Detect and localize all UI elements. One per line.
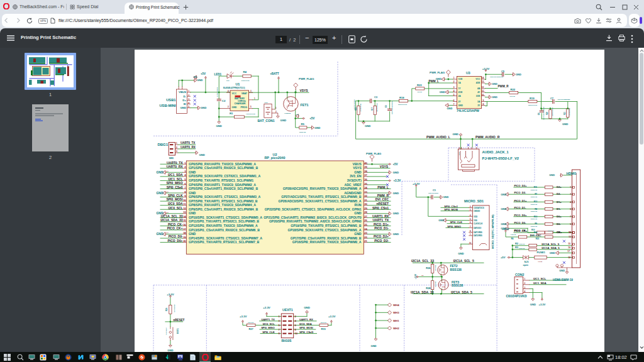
svg-text:VBAT: VBAT xyxy=(242,92,248,95)
svg-text:23: 23 xyxy=(364,231,367,234)
svg-text:PWM_AUDIO_L: PWM_AUDIO_L xyxy=(426,135,451,139)
svg-text:DBG1: DBG1 xyxy=(158,143,169,146)
svg-text:CHARGER: CHARGER xyxy=(235,102,246,105)
svg-text:270R/0402: 270R/0402 xyxy=(531,218,538,219)
svg-text:R9: R9 xyxy=(535,222,537,225)
svg-text:3: 3 xyxy=(188,98,189,101)
svg-text:TACT-66N-F: TACT-66N-F xyxy=(165,327,167,335)
svg-text:GP8/SPI1_RX/UART1_TX/I2C0_SDA/: GP8/SPI1_RX/UART1_TX/I2C0_SDA/PWM4_A xyxy=(189,203,256,207)
svg-text:30: 30 xyxy=(364,202,367,206)
svg-text:DVI_CEC: DVI_CEC xyxy=(530,234,541,237)
svg-text:+3.3V: +3.3V xyxy=(413,182,419,185)
svg-text:GP18/SPI0_SCK/UART0_CTS/I2C1_S: GP18/SPI0_SCK/UART0_CTS/I2C1_SDA/PWM1_A xyxy=(288,228,362,232)
svg-text:GP26/ADC0/SPI1_SCK/UART1_CTS/I: GP26/ADC0/SPI1_SCK/UART1_CTS/I2C1_SDA/PW… xyxy=(279,199,362,203)
svg-text:15: 15 xyxy=(568,243,570,245)
svg-text:VDD: VDD xyxy=(474,216,477,218)
svg-text:SPI0_MOSI: SPI0_MOSI xyxy=(167,197,184,201)
svg-text:GND: GND xyxy=(452,133,458,136)
svg-text:GND: GND xyxy=(549,173,555,177)
svg-text:+3.3V: +3.3V xyxy=(240,315,247,318)
svg-text:R10: R10 xyxy=(531,229,535,231)
svg-text:GND: GND xyxy=(443,195,449,199)
svg-text:+5V: +5V xyxy=(201,72,206,75)
svg-text:WH2: WH2 xyxy=(393,327,399,330)
svg-text:GND: GND xyxy=(354,232,362,236)
svg-text:270R/0402: 270R/0402 xyxy=(531,204,538,205)
svg-text:SWD: SWD xyxy=(169,157,174,160)
svg-text:GP9/SPI1_CSn/UART1_RX/I2C0_SCL: GP9/SPI1_CSn/UART1_RX/I2C0_SCL/PWM4_B xyxy=(189,207,258,211)
svg-text:100R/0%/0402: 100R/0%/0402 xyxy=(552,107,553,116)
svg-text:1: 1 xyxy=(525,278,526,280)
svg-text:2OE: 2OE xyxy=(458,91,463,94)
svg-text:37: 37 xyxy=(364,173,367,177)
svg-text:3V3(OUT): 3V3(OUT) xyxy=(347,178,362,182)
svg-text:10K/5%/0402: 10K/5%/0402 xyxy=(174,304,175,312)
svg-text:GP7/SPI0_TX/UART1_RTS/I2C1_SCL: GP7/SPI0_TX/UART1_RTS/I2C1_SCL/PWM3_B xyxy=(189,199,258,203)
svg-text:7: 7 xyxy=(453,103,455,106)
svg-text:I2C1A_SDA_5: I2C1A_SDA_5 xyxy=(541,246,560,250)
svg-text:PICO_D2+: PICO_D2+ xyxy=(514,184,528,187)
svg-text:+3.3V: +3.3V xyxy=(414,274,417,279)
svg-text:17: 17 xyxy=(183,228,186,231)
svg-text:GP13/SPI1_CSn/UART0_RX/I2C0_SC: GP13/SPI1_CSn/UART0_RX/I2C0_SCL/PWM6_B xyxy=(189,228,260,232)
svg-text:SLD: SLD xyxy=(166,232,169,233)
svg-text:GP5/SPI0_CSn/UART1_RX/I2C0_SCL: GP5/SPI0_CSn/UART1_RX/I2C0_SCL/PWM2_B xyxy=(189,187,258,190)
svg-text:R15: R15 xyxy=(321,327,326,331)
svg-text:GND: GND xyxy=(157,191,164,195)
svg-text:PICO_D2-: PICO_D2- xyxy=(514,191,527,194)
svg-text:4: 4 xyxy=(188,102,189,104)
svg-text:GND: GND xyxy=(393,212,399,215)
svg-text:2A: 2A xyxy=(458,95,462,97)
svg-text:13: 13 xyxy=(569,236,571,238)
svg-text:LED1: LED1 xyxy=(214,73,222,76)
svg-text:D2-: D2- xyxy=(557,192,561,195)
svg-text:100nF/16V/1206/0805: 100nF/16V/1206/0805 xyxy=(391,101,392,114)
svg-text:PICO_D1+: PICO_D1+ xyxy=(374,222,389,226)
svg-text:7: 7 xyxy=(570,216,571,218)
svg-text:DVI_CEC: DVI_CEC xyxy=(375,197,389,201)
svg-text:nRESET: nRESET xyxy=(173,319,184,322)
svg-text:nRESET: nRESET xyxy=(377,202,389,206)
svg-text:17: 17 xyxy=(567,250,570,253)
svg-text:GP28/ADC2/SPI1_RX/UART0_TX/I2C: GP28/ADC2/SPI1_RX/UART0_TX/I2C0_SDA/PWM6… xyxy=(283,187,362,190)
svg-text:BH10S: BH10S xyxy=(281,339,292,343)
svg-text:HDMI1: HDMI1 xyxy=(567,172,577,175)
svg-text:USB-MINI: USB-MINI xyxy=(159,104,175,107)
svg-text:D-: D- xyxy=(183,95,186,98)
svg-text:10: 10 xyxy=(482,94,484,96)
svg-text:33: 33 xyxy=(364,190,367,194)
svg-text:GND: GND xyxy=(530,303,536,306)
svg-text:GND: GND xyxy=(370,344,376,348)
svg-text:5: 5 xyxy=(188,106,189,108)
svg-text:D+: D+ xyxy=(182,99,186,102)
svg-text:4: 4 xyxy=(525,290,526,293)
svg-text:R21: R21 xyxy=(564,112,566,115)
svg-text:+3.3V: +3.3V xyxy=(263,306,270,309)
svg-text:R12: R12 xyxy=(534,200,538,203)
svg-text:C6: C6 xyxy=(538,112,540,115)
svg-text:+3.3V: +3.3V xyxy=(502,228,509,231)
svg-text:39: 39 xyxy=(364,165,367,168)
svg-text:D1+: D1+ xyxy=(557,200,562,204)
svg-text:VCC: VCC xyxy=(475,78,480,80)
svg-text:R6: R6 xyxy=(511,238,513,240)
svg-text:GP20/SPI0_RX/UART1_TX/PWM2_A/I: GP20/SPI0_RX/UART1_TX/PWM2_A/I2C0_SDA/CL… xyxy=(269,219,362,223)
svg-text:R5: R5 xyxy=(301,123,305,126)
svg-text:4OE: 4OE xyxy=(476,82,480,84)
svg-text:27: 27 xyxy=(364,215,367,218)
svg-text:PICO_D0+: PICO_D0+ xyxy=(168,239,183,243)
svg-text:+3.3V: +3.3V xyxy=(538,303,545,306)
svg-text:3: 3 xyxy=(250,90,252,92)
svg-text:270R/0402: 270R/0402 xyxy=(531,211,538,212)
svg-text:DAT2/RES: DAT2/RES xyxy=(474,234,482,237)
svg-text:SPI0_CLK: SPI0_CLK xyxy=(168,194,183,197)
svg-text:3V3_EN: 3V3_EN xyxy=(350,174,362,178)
svg-text:3: 3 xyxy=(570,193,571,195)
svg-text:200R/1%/0402: 200R/1%/0402 xyxy=(398,104,408,105)
svg-text:I2C0_SCL: I2C0_SCL xyxy=(263,322,275,326)
svg-text:AUDIO_JACK_1: AUDIO_JACK_1 xyxy=(482,150,509,154)
svg-text:25: 25 xyxy=(364,223,367,226)
svg-text:GP4/SPI0_RX/UART1_TX/I2C0_SDA/: GP4/SPI0_RX/UART1_TX/I2C0_SDA/PWM2_A xyxy=(189,183,256,187)
svg-text:24: 24 xyxy=(364,228,367,231)
svg-text:PWM_R: PWM_R xyxy=(498,85,509,88)
